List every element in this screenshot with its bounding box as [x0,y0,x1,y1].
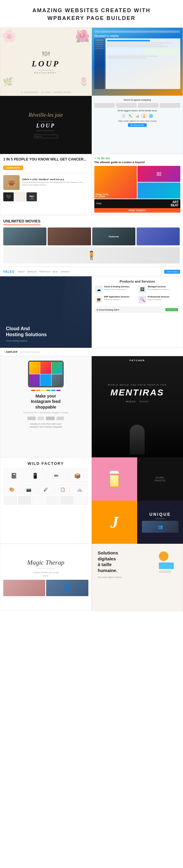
row-1: 🌸 🌺 🌿 🌷 🍽 LOUP RESTAURANT LE RESTAURANT … [0,27,183,96]
people-photos: 👤 [3,580,88,596]
wild-items-row [4,496,88,505]
product-professional: 🔍 Professional Services Expert consultin… [139,296,180,303]
preview-solutions: Solutionsdigitalesà taillehumaine. We cr… [92,544,183,611]
easybuy-headline-text: Make yourInstagram feedshoppable [31,393,61,410]
saas-sidebar [94,38,105,89]
product-photos: 🖤 📷 [3,192,88,201]
cancer-product: 👜 CHECK 4 LOSS "StartBest" wordt hier je… [3,175,88,190]
mentiras-small-text: WORLD WHILE YOU ONCE PEOPLE FOR [108,384,166,386]
erp-icon: 💻 [95,296,103,303]
products-title-text: Products and Services [95,280,180,283]
cta-btn[interactable]: Get Started Free [128,123,147,127]
product-erp: 💻 ERP Application Services Enterprise so… [95,296,136,303]
wild-small-4: 📋 [55,484,71,495]
valeo-nav-services[interactable]: SERVICES [27,271,37,273]
unique-cell-unique: UNIQUE 👥 [137,501,183,544]
hosting-tech-bar: Is Cloud Hosting Safe? Get in touch [95,306,180,313]
hosting-sublabel-text: Cloud hosting solutions [6,340,86,342]
company-logos [94,103,181,108]
wild-small-3: 🖊 [38,484,54,495]
preview-loup-restaurant: 🌸 🌺 🌿 🌷 🍽 LOUP RESTAURANT LE RESTAURANT … [0,27,92,96]
preview-unique-portfolio: DARKPHOTO J UNIQUE 👥 [92,457,183,544]
sol-line-shape [159,570,172,573]
cutlery-icon: 🍽 [42,50,50,58]
mentiras-nav-musica[interactable]: MUSICA [126,401,136,403]
wild-small-2: 📷 [21,484,37,495]
cancer-stat: 1 IN 5 PEOPLE YOU KNOW WILL GET CANCER..… [3,157,88,162]
valeo-nav-portfolio[interactable]: PORTFOLIO [39,271,50,273]
unique-cell-photo: DARKPHOTO [137,457,183,501]
loup-decoration: 🌸 [2,29,17,43]
row-hosting-products: Cloud AndHosting Solutions Cloud hosting… [0,276,183,348]
amplifr-tagline-text: Social Media Scheduling [20,351,39,353]
preview-hosting: Cloud AndHosting Solutions Cloud hosting… [0,276,92,348]
valeo-logo-text: VALEO [3,270,14,273]
easybuy-desc: EasyBuy is a tool that makes yourInstagr… [29,423,62,429]
typo-cursive: Magic Therap [27,559,64,566]
managed-icon: 🖼 [139,285,146,293]
loup-decoration-3: 🌿 [3,77,13,87]
unique-word-text: UNIQUE [149,512,171,517]
preview-mentiras: FETCHER WORLD WHILE YOU ONCE PEOPLE FOR … [92,356,183,457]
movie-1 [3,227,47,245]
product-cloud: ☁ Cloud & Hosting Services Reliable clou… [95,285,136,293]
easybuy-sub-text: Trusted by over 1,000 Brands, Bloggers &… [23,411,68,413]
solutions-desc-text: We create digital solutions [98,576,156,579]
product-description: CHECK 4 LOSS "StartBest" wordt hier je j… [22,178,88,186]
wild-small-1: 🎨 [4,484,20,495]
dark-loup-line [38,121,53,122]
wild-products-grid: 📓 📱 ✏ 📦 [4,469,88,483]
movie-4 [136,227,180,245]
sol-circle-shape [159,552,169,561]
preview-wild-factory: WILD FACTORY 📓 📱 ✏ 📦 🎨 📷 🖊 📋 🚲 [0,457,92,544]
row-2: Réveille-les joie LOUP RESTAURANT Search… [0,96,183,154]
valeo-nav-about[interactable]: ABOUT [18,271,25,273]
valeo-nav-contact[interactable]: CONTACT [60,271,70,273]
unique-cell-j: J [92,501,138,544]
preview-typography: Magic Therap Creative portfolio and desi… [0,544,92,611]
professional-icon: 🔍 [139,296,146,303]
movies-header-text: UNLIMITED MOVIES [3,219,40,225]
saas-topbar [94,30,181,33]
tailor-made: Tailor-made addons for even more results [94,120,181,122]
mentiras-nav: MUSICA SHOWS [126,401,149,403]
products-grid: ☁ Cloud & Hosting Services Reliable clou… [95,285,180,303]
icon-row: ⚡ 🔧 📊 💡 🌐 [94,113,181,119]
faces-tagline: All the biggest names, all the familiar … [94,110,181,112]
loup-decoration-4: 🌷 [79,77,89,87]
product-bag-icon: 👜 [3,175,20,190]
beer-cup [110,475,119,487]
cloud-icon: ☁ [95,285,103,293]
j-letter: J [111,513,119,531]
dark-loup-search[interactable]: Search... [34,134,58,138]
loup-decoration-2: 🌺 [75,29,90,43]
loup-nav-item-3[interactable]: L'ESPACE PRIVÉ [53,91,70,93]
mentiras-nav-shows[interactable]: SHOWS [139,401,149,403]
saas-content [105,38,181,89]
cancer-cta[interactable]: LEARN MORE [3,165,23,170]
unique-cell-beer [92,457,138,501]
valeo-get-in-touch-button[interactable]: Get In Touch [164,270,180,274]
wild-product-3: ✏ [46,469,66,483]
mentiras-musician-area [92,422,183,457]
imac-mockup [28,361,64,388]
valeo-nav-blog[interactable]: BLOG [53,271,58,273]
fetcher-brand: FETCHER [129,359,145,362]
todo-img-people [138,183,180,198]
cancer-divider [3,173,88,173]
hosting-text-container: Cloud AndHosting Solutions Cloud hosting… [0,276,92,348]
row-wild-unique: WILD FACTORY 📓 📱 ✏ 📦 🎨 📷 🖊 📋 🚲 [0,457,183,544]
companies-title: You're in good company [94,99,181,101]
row-typo-solutions: Magic Therap Creative portfolio and desi… [0,544,183,611]
color-bar [31,390,61,391]
preview-companies: You're in good company All the biggest n… [92,96,183,154]
solutions-illustration [159,552,177,573]
loup-nav-item-2[interactable]: LE CAFÉ [41,91,50,93]
movies-grid: Featured [3,227,180,245]
loup-nav-item-1[interactable]: LE RESTAURANT [21,91,38,93]
free-tickets: FREE TICKETS [94,208,181,213]
page-header: AMAZING WEBSITES CREATED WITH WPBAKERY P… [0,0,183,27]
loup-nav: LE RESTAURANT LE CAFÉ L'ESPACE PRIVÉ [0,91,91,93]
mentiras-content: WORLD WHILE YOU ONCE PEOPLE FOR MENTIRAS… [92,365,183,422]
wild-product-2: 📱 [25,469,45,483]
